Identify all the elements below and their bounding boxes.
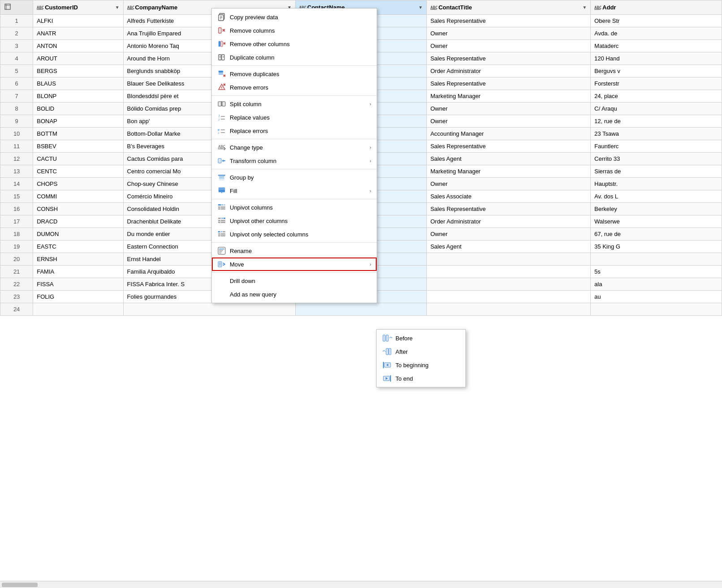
- th-label-companyname: CompanyName: [135, 4, 178, 11]
- menu-label-unpivot-other-columns: Unpivot other columns: [230, 218, 371, 224]
- menu-label-rename: Rename: [230, 248, 371, 254]
- menu-item-fill[interactable]: Fill ›: [212, 184, 377, 197]
- cell-customerid: ALFKI: [33, 15, 123, 27]
- main-container: ABC CustomerID ▼ ABC CompanyName ▼: [0, 0, 722, 588]
- menu-item-remove-duplicates[interactable]: Remove duplicates: [212, 67, 377, 81]
- menu-item-duplicate-column[interactable]: Duplicate column: [212, 51, 377, 64]
- cell-contacttitle: Sales Representative: [426, 77, 590, 90]
- th-label-customerid: CustomerID: [45, 4, 78, 11]
- svg-rect-65: [221, 206, 225, 208]
- th-dropdown-contactname[interactable]: ▼: [418, 5, 423, 10]
- svg-rect-78: [218, 235, 220, 236]
- menu-label-transform-column: Transform column: [230, 158, 370, 164]
- cell-contacttitle: Accounting Manager: [426, 128, 590, 140]
- svg-rect-80: [221, 235, 225, 236]
- row-number: 20: [0, 253, 33, 266]
- th-dropdown-customerid[interactable]: ▼: [115, 5, 120, 10]
- submenu-label-after: After: [395, 348, 460, 355]
- th-addr[interactable]: ABC Addr: [591, 0, 722, 15]
- cell-customerid: EASTC: [33, 240, 123, 253]
- cell-addr: Obere Str: [591, 15, 722, 27]
- remove-dup-icon: [217, 69, 226, 78]
- separator-3: [212, 139, 377, 139]
- row-number: 22: [0, 278, 33, 291]
- submenu-label-before: Before: [395, 335, 460, 342]
- menu-item-add-new-query[interactable]: Add as new query: [212, 288, 377, 301]
- th-customerid[interactable]: ABC CustomerID ▼: [33, 0, 123, 15]
- svg-rect-63: [218, 206, 220, 208]
- separator-2: [212, 95, 377, 96]
- menu-item-replace-values[interactable]: 1 2 Replace values: [212, 111, 377, 124]
- th-dropdown-contacttitle[interactable]: ▼: [582, 5, 587, 10]
- submenu-item-after[interactable]: After: [377, 345, 465, 358]
- svg-rect-93: [386, 348, 388, 355]
- submenu-item-to-end[interactable]: To end: [377, 372, 465, 385]
- add-query-icon: [217, 290, 226, 299]
- svg-rect-18: [219, 28, 221, 33]
- cell-customerid: BONAP: [33, 115, 123, 128]
- menu-item-unpivot-columns[interactable]: Unpivot columns: [212, 201, 377, 214]
- th-label-addr: Addr: [602, 4, 616, 11]
- menu-item-move[interactable]: Move ›: [212, 258, 377, 271]
- scrollbar-thumb[interactable]: [2, 583, 38, 587]
- fill-icon: [217, 186, 226, 195]
- row-number: 14: [0, 178, 33, 190]
- cell-customerid: DRACD: [33, 215, 123, 228]
- menu-item-remove-columns[interactable]: Remove columns: [212, 24, 377, 37]
- move-icon: [217, 260, 226, 269]
- row-number: 12: [0, 153, 33, 165]
- cell-contacttitle: Sales Agent: [426, 240, 590, 253]
- cell-customerid: BLONP: [33, 90, 123, 103]
- menu-item-remove-errors[interactable]: Remove errors: [212, 81, 377, 94]
- menu-item-transform-column[interactable]: Transform column ›: [212, 154, 377, 167]
- cell-contacttitle: Sales Agent: [426, 153, 590, 165]
- cell-customerid: FOLIG: [33, 291, 123, 303]
- cell-contacttitle: Order Administrator: [426, 215, 590, 228]
- cell-contacttitle: Sales Representative: [426, 140, 590, 153]
- menu-label-change-type: Change type: [230, 144, 370, 151]
- menu-item-remove-other-columns[interactable]: Remove other columns: [212, 37, 377, 51]
- svg-rect-69: [223, 218, 225, 219]
- svg-rect-76: [223, 231, 225, 232]
- menu-item-group-by[interactable]: Group by: [212, 171, 377, 184]
- drill-down-icon: [217, 276, 226, 285]
- th-contacttitle[interactable]: ABC ContactTitle ▼: [426, 0, 590, 15]
- cell-contacttitle: Marketing Manager: [426, 165, 590, 178]
- menu-label-split-column: Split column: [230, 101, 370, 107]
- menu-item-rename[interactable]: Rename: [212, 244, 377, 258]
- cell-contacttitle: Owner: [426, 115, 590, 128]
- cell-addr: 120 Hand: [591, 52, 722, 65]
- cell-customerid: FAMIA: [33, 266, 123, 278]
- menu-item-drill-down[interactable]: Drill down: [212, 274, 377, 288]
- svg-rect-40: [218, 102, 221, 106]
- menu-item-replace-errors[interactable]: a 2 Replace errors: [212, 124, 377, 137]
- row-number: 18: [0, 228, 33, 240]
- menu-item-unpivot-selected-columns[interactable]: Unpivot only selected columns: [212, 227, 377, 241]
- change-type-icon: ABC: [217, 143, 226, 152]
- svg-rect-53: [218, 159, 221, 163]
- submenu-item-to-beginning[interactable]: To beginning: [377, 358, 465, 372]
- menu-item-copy-preview[interactable]: Copy preview data: [212, 10, 377, 24]
- row-number: 17: [0, 215, 33, 228]
- cell-contacttitle: [426, 291, 590, 303]
- cell-addr: Berguvs v: [591, 65, 722, 77]
- unpivot-icon: [217, 203, 226, 212]
- menu-item-split-column[interactable]: Split column ›: [212, 97, 377, 111]
- menu-item-change-type[interactable]: ABC Change type ›: [212, 141, 377, 154]
- horizontal-scrollbar[interactable]: [0, 581, 722, 588]
- svg-rect-81: [218, 247, 225, 254]
- duplicate-icon: [217, 53, 226, 62]
- cell-contacttitle: [426, 266, 590, 278]
- cell-addr: Av. dos L: [591, 190, 722, 203]
- cell-customerid: [33, 303, 123, 316]
- menu-label-remove-errors: Remove errors: [230, 84, 371, 91]
- submenu-item-before[interactable]: Before: [377, 331, 465, 345]
- cell-addr: Walserwe: [591, 215, 722, 228]
- row-number: 23: [0, 291, 33, 303]
- svg-rect-91: [383, 335, 385, 341]
- row-number: 5: [0, 65, 33, 77]
- menu-item-unpivot-other-columns[interactable]: Unpivot other columns: [212, 214, 377, 227]
- row-number: 19: [0, 240, 33, 253]
- remove-col-icon: [217, 26, 226, 35]
- menu-label-move: Move: [230, 261, 370, 268]
